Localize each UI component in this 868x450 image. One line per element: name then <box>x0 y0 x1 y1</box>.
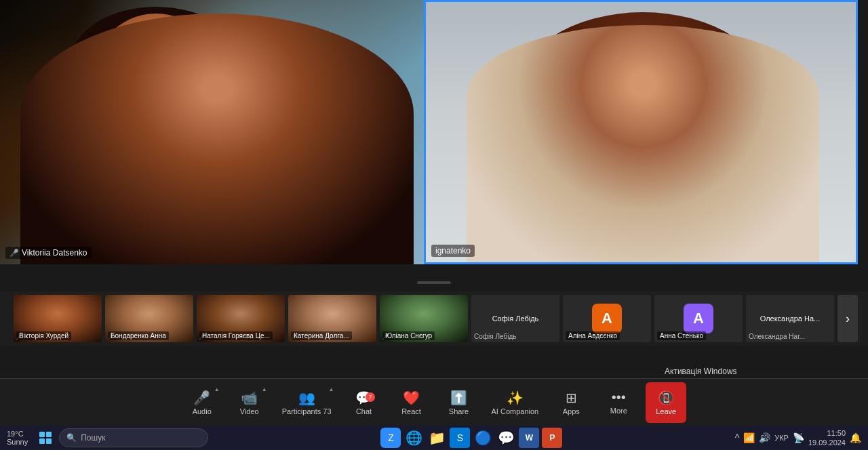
participants-caret[interactable]: ▲ <box>329 386 334 392</box>
taskbar-app-explorer[interactable]: 📁 <box>427 428 447 448</box>
taskbar-weather: 19°C Sunny <box>7 430 28 446</box>
next-participants-arrow[interactable]: › <box>837 295 858 342</box>
taskbar-apps: Z 🌐 📁 S 🔵 💬 W P <box>211 428 732 448</box>
chat-icon: 💬 7 <box>355 390 372 406</box>
anna-name: Анна Стенько <box>657 331 706 340</box>
share-button[interactable]: ⬆️ Share <box>439 382 479 423</box>
taskbar-search[interactable]: 🔍 Пошук <box>59 428 208 447</box>
leave-button[interactable]: 📵 Leave <box>646 382 686 423</box>
participant-thumb-2[interactable]: 🎤 Бондаренко Анна <box>105 295 193 342</box>
participant-name-2: Бондаренко Анна <box>108 331 169 340</box>
tray-notification-icon[interactable]: 🔔 <box>850 432 861 443</box>
more-label: More <box>610 407 627 415</box>
weather-desc: Sunny <box>7 438 28 446</box>
activation-title: Активація Windows <box>665 366 854 377</box>
tray-clock[interactable]: 11:50 19.09.2024 <box>808 428 846 448</box>
participant-name-5: Юліана Снєгур <box>382 331 435 340</box>
chat-badge: 7 <box>366 392 375 402</box>
participants-label: Participants 73 <box>282 407 332 415</box>
video-panel-right: ignatenko <box>424 0 858 264</box>
taskbar: 19°C Sunny 🔍 Пошук Z 🌐 📁 S 🔵 💬 W P ^ 📶 🔊… <box>0 426 868 450</box>
chat-label: Chat <box>356 407 372 415</box>
react-button[interactable]: ❤️ React <box>391 382 432 423</box>
react-label: React <box>401 407 421 415</box>
ai-companion-button[interactable]: ✨ AI Companion <box>486 382 545 423</box>
anna-avatar: А <box>684 304 713 333</box>
participant-alina[interactable]: A Аліна Авдєєнко <box>563 295 651 342</box>
participant-name-4: Катерина Долга... <box>291 331 352 340</box>
participant-oleksandra[interactable]: Олександра На... Олександра Наг... <box>746 295 834 342</box>
video-button[interactable]: ▲ 📹 Video <box>229 382 270 423</box>
ai-companion-label: AI Companion <box>492 407 539 415</box>
audio-icon: 🎤 <box>193 390 210 406</box>
clock-time: 11:50 <box>808 428 846 438</box>
participants-icon: 👥 <box>298 390 315 406</box>
video-left-namelabel: 🎤 Viktoriia Datsenko <box>5 247 92 259</box>
taskbar-app-word[interactable]: W <box>519 428 539 448</box>
chat-button[interactable]: 💬 7 Chat <box>344 382 384 423</box>
participant-thumb-3[interactable]: 🎤 Наталія Горяєва Це... <box>197 295 285 342</box>
leave-icon: 📵 <box>658 390 675 406</box>
participant-name-3: Наталія Горяєва Це... <box>199 331 273 340</box>
person-right-body <box>467 25 819 262</box>
weather-temp: 19°C <box>7 430 28 438</box>
apps-icon: ⊞ <box>566 390 577 406</box>
video-right-name: ignatenko <box>435 246 471 255</box>
windows-logo <box>39 432 52 444</box>
taskbar-app-chrome[interactable]: 🔵 <box>473 428 493 448</box>
toolbar: ▲ 🎤 Audio ▲ 📹 Video ▲ 👥 Participants 73 … <box>0 378 868 426</box>
participant-thumb-5[interactable]: 🎤 Юліана Снєгур <box>380 295 468 342</box>
sofia-name-big: Софія Лебідь <box>492 314 539 323</box>
tray-wifi-icon[interactable]: 📡 <box>793 432 804 443</box>
oleksandra-name-big: Олександра На... <box>760 314 821 323</box>
start-button[interactable] <box>35 427 56 449</box>
more-icon: ••• <box>612 390 626 405</box>
taskbar-app-ppt[interactable]: P <box>542 428 562 448</box>
ai-companion-icon: ✨ <box>507 390 524 406</box>
video-label: Video <box>240 407 259 415</box>
participant-anna[interactable]: А Анна Стенько <box>654 295 743 342</box>
participant-thumb-1[interactable]: 🎤 Вікторія Хурдей <box>14 295 102 342</box>
taskbar-app-zoom[interactable]: Z <box>380 428 401 448</box>
video-caret[interactable]: ▲ <box>262 386 267 392</box>
system-tray: ^ 📶 🔊 УКР 📡 11:50 19.09.2024 🔔 <box>735 428 861 448</box>
person-left-body <box>20 14 414 264</box>
video-left-name: Viktoriia Datsenko <box>22 248 87 258</box>
participant-name-1: Вікторія Хурдей <box>16 331 71 340</box>
taskbar-app-store[interactable]: S <box>450 428 470 448</box>
apps-button[interactable]: ⊞ Apps <box>551 382 591 423</box>
alina-name: Аліна Авдєєнко <box>566 331 620 340</box>
video-icon: 📹 <box>241 390 258 406</box>
oleksandra-name-label: Олександра Наг... <box>749 333 805 340</box>
video-right-namelabel: ignatenko <box>431 245 475 257</box>
participant-sofia[interactable]: Софія Лебідь Софія Лебідь <box>471 295 559 342</box>
share-label: Share <box>449 407 469 415</box>
search-icon: 🔍 <box>66 433 77 443</box>
audio-button[interactable]: ▲ 🎤 Audio <box>182 382 222 423</box>
leave-label: Leave <box>656 407 676 415</box>
video-area: 🎤 Viktoriia Datsenko ignatenko <box>0 0 868 264</box>
apps-label: Apps <box>563 407 580 415</box>
share-icon: ⬆️ <box>450 390 467 406</box>
tray-lang[interactable]: УКР <box>774 434 789 442</box>
tray-show-hidden-icon[interactable]: ^ <box>735 432 740 443</box>
clock-date: 19.09.2024 <box>808 438 846 447</box>
alina-avatar: A <box>592 304 622 333</box>
audio-label: Audio <box>193 407 212 415</box>
participant-thumb-4[interactable]: 🎤 Катерина Долга... <box>288 295 376 342</box>
audio-caret[interactable]: ▲ <box>214 386 220 392</box>
mic-muted-icon-left: 🎤 <box>9 249 19 258</box>
more-button[interactable]: ••• More <box>598 382 639 423</box>
taskbar-app-edge[interactable]: 🌐 <box>403 428 424 448</box>
participants-button[interactable]: ▲ 👥 Participants 73 <box>277 382 337 423</box>
drag-handle[interactable] <box>417 281 451 284</box>
react-icon: ❤️ <box>403 390 420 406</box>
video-panel-left: 🎤 Viktoriia Datsenko <box>0 0 424 264</box>
search-placeholder: Пошук <box>81 433 105 443</box>
tray-volume-icon[interactable]: 🔊 <box>759 432 770 443</box>
taskbar-app-teams[interactable]: 💬 <box>496 428 516 448</box>
participants-strip: 🎤 Вікторія Хурдей 🎤 Бондаренко Анна 🎤 На… <box>0 291 868 346</box>
tray-network-icon[interactable]: 📶 <box>743 432 755 443</box>
sofia-name-label: Софія Лебідь <box>474 333 516 340</box>
